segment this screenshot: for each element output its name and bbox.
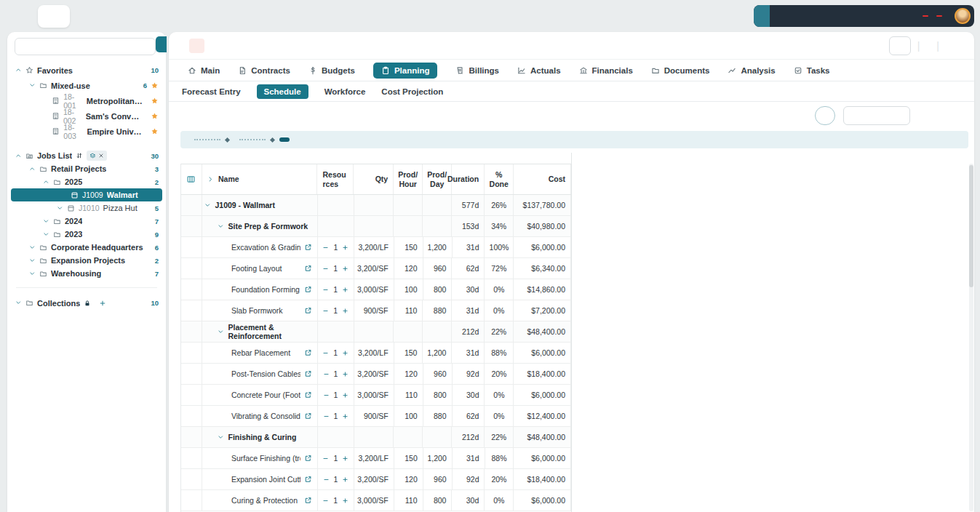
increment-icon[interactable] (342, 287, 348, 293)
sidebar-item-2024[interactable]: 20247 (7, 215, 166, 228)
decrement-icon[interactable] (322, 455, 329, 462)
table-row-placement-reinforcement[interactable]: Placement & Reinforcement212d22%$48,400.… (181, 321, 571, 343)
search-input[interactable] (15, 38, 156, 55)
filter-chip[interactable] (87, 151, 107, 161)
add-collection-icon[interactable] (99, 300, 106, 307)
scale-dropdown[interactable] (843, 106, 910, 125)
table-row-foundation-forming[interactable]: Foundation Forming13,000/SF10080030d0%$1… (181, 279, 571, 300)
tab-documents[interactable]: Documents (651, 66, 710, 75)
open-task-icon[interactable] (304, 412, 312, 420)
chevron-down-icon[interactable] (15, 300, 22, 306)
chevron-down-icon[interactable] (28, 257, 36, 264)
increment-icon[interactable] (342, 413, 348, 420)
subtab-workforce[interactable]: Workforce (324, 87, 366, 96)
sidebar-item-2023[interactable]: 20239 (7, 228, 166, 241)
sort-icon[interactable] (76, 152, 83, 159)
decrement-icon[interactable] (323, 476, 330, 483)
increment-icon[interactable] (342, 308, 348, 314)
increment-icon[interactable] (342, 371, 348, 377)
increment-icon[interactable] (342, 244, 348, 251)
table-columns-icon[interactable] (186, 175, 196, 184)
chevron-up-icon[interactable] (42, 179, 49, 185)
sidebar-item-jobs-list[interactable]: Jobs List30 (7, 149, 166, 162)
table-row-expansion-joint-cutting[interactable]: Expansion Joint Cutting13,200/SF12096092… (181, 469, 571, 490)
tab-analysis[interactable]: Analysis (728, 66, 775, 75)
chevron-down-icon[interactable] (218, 434, 224, 441)
decrement-icon[interactable] (322, 308, 329, 314)
star-icon[interactable] (151, 81, 159, 89)
collapse-topbar-button[interactable] (754, 5, 770, 27)
chevron-down-icon[interactable] (204, 202, 211, 209)
tab-budgets[interactable]: Budgets (308, 66, 355, 75)
chevron-down-icon[interactable] (218, 329, 224, 335)
chevron-down-icon[interactable] (28, 271, 36, 277)
tab-billings[interactable]: Billings (455, 66, 499, 75)
tab-main[interactable]: Main (188, 66, 220, 75)
close-icon[interactable] (98, 153, 104, 159)
open-task-icon[interactable] (304, 455, 312, 463)
table-row-vibrating-consolidation[interactable]: Vibrating & Consolidation1900/SF10088062… (181, 406, 571, 427)
open-task-icon[interactable] (304, 286, 312, 294)
table-row-excavation-grading[interactable]: Excavation & Grading13,200/LF1501,20031d… (181, 237, 571, 258)
sidebar-item-sam-s-convenien[interactable]: 18-002Sam's Convenien... (7, 108, 166, 124)
star-icon[interactable] (151, 112, 159, 120)
star-icon[interactable] (151, 97, 159, 105)
open-task-icon[interactable] (304, 497, 312, 505)
scrollbar-thumb[interactable] (969, 165, 973, 287)
tab-contracts[interactable]: Contracts (238, 66, 290, 75)
sidebar-item-empire-university[interactable]: 18-003Empire University (7, 124, 166, 139)
decrement-icon[interactable] (322, 265, 329, 272)
subtab-schedule[interactable]: Schedule (257, 84, 308, 99)
sidebar-item-retail-projects[interactable]: Retail Projects3 (7, 162, 166, 175)
app-tab-gantt[interactable] (38, 5, 70, 28)
table-row-site-prep-formwork[interactable]: Site Prep & Formwork153d34%$40,980.00 (181, 216, 571, 237)
decrement-icon[interactable] (322, 244, 329, 251)
decrement-icon[interactable] (322, 350, 329, 356)
subtab-cost-projection[interactable]: Cost Projection (381, 87, 443, 96)
chevron-right-icon[interactable] (207, 176, 214, 183)
subtab-forecast-entry[interactable]: Forecast Entry (182, 87, 241, 96)
table-row-surface-finishing-trowel-br[interactable]: Surface Finishing (trowel, br...13,200/L… (181, 448, 571, 469)
date-range-dropdown[interactable] (889, 36, 911, 55)
sidebar-item-corporate-headquarters[interactable]: Corporate Headquarters6 (7, 241, 166, 254)
chevron-down-icon[interactable] (42, 218, 49, 225)
sidebar-item-expansion-projects[interactable]: Expansion Projects2 (7, 254, 166, 267)
chevron-down-icon[interactable] (218, 223, 224, 230)
chevron-down-icon[interactable] (28, 244, 36, 251)
tab-actuals[interactable]: Actuals (517, 66, 561, 75)
chevron-up-icon[interactable] (15, 67, 22, 73)
sidebar-item-pizza-hut[interactable]: J1010Pizza Hut5 (7, 201, 166, 215)
table-row-concrete-pour-footings-sl[interactable]: Concrete Pour (Footings / Sl...13,000/SF… (181, 385, 571, 406)
table-row-j1009-wallmart[interactable]: J1009 - Wallmart577d26%$137,780.00 (181, 195, 571, 216)
open-task-icon[interactable] (304, 349, 312, 357)
increment-icon[interactable] (342, 265, 348, 272)
decrement-icon[interactable] (322, 287, 329, 293)
increment-icon[interactable] (342, 476, 348, 483)
decrement-icon[interactable] (323, 413, 330, 420)
decrement-icon[interactable] (323, 371, 330, 377)
table-row-slab-formwork[interactable]: Slab Formwork1900/SF11088031d0%$7,200.00 (181, 300, 571, 321)
chevron-down-icon[interactable] (28, 82, 36, 89)
table-row-footing-layout[interactable]: Footing Layout13,200/SF12096062d72%$6,34… (181, 258, 571, 279)
open-task-icon[interactable] (304, 391, 312, 399)
decrement-icon[interactable] (323, 392, 330, 399)
avatar[interactable] (955, 8, 971, 24)
tab-planning[interactable]: Planning (373, 63, 438, 79)
chevron-down-icon[interactable] (42, 231, 49, 238)
scrollbar[interactable] (969, 164, 973, 511)
tab-tasks[interactable]: Tasks (794, 66, 830, 75)
open-task-icon[interactable] (304, 307, 312, 315)
open-task-icon[interactable] (304, 476, 312, 484)
sidebar-item-metropolitan-bank[interactable]: 18-001Metropolitan Bank (7, 93, 166, 108)
open-task-icon[interactable] (304, 244, 312, 252)
decrement-icon[interactable] (322, 497, 329, 504)
table-row-rebar-placement[interactable]: Rebar Placement13,200/LF1501,20031d88%$6… (181, 343, 571, 364)
table-row-curing-protection[interactable]: Curing & Protection13,000/SF11080030d0%$… (181, 490, 571, 511)
sidebar-item-2025[interactable]: 20252 (7, 175, 166, 188)
sidebar-item-walmart[interactable]: J1009Walmart (11, 188, 162, 201)
open-task-icon[interactable] (304, 370, 312, 378)
increment-icon[interactable] (342, 455, 348, 462)
chevron-down-icon[interactable] (56, 205, 63, 212)
increment-icon[interactable] (342, 350, 348, 356)
sidebar-item-collections[interactable]: Collections10 (7, 295, 166, 311)
